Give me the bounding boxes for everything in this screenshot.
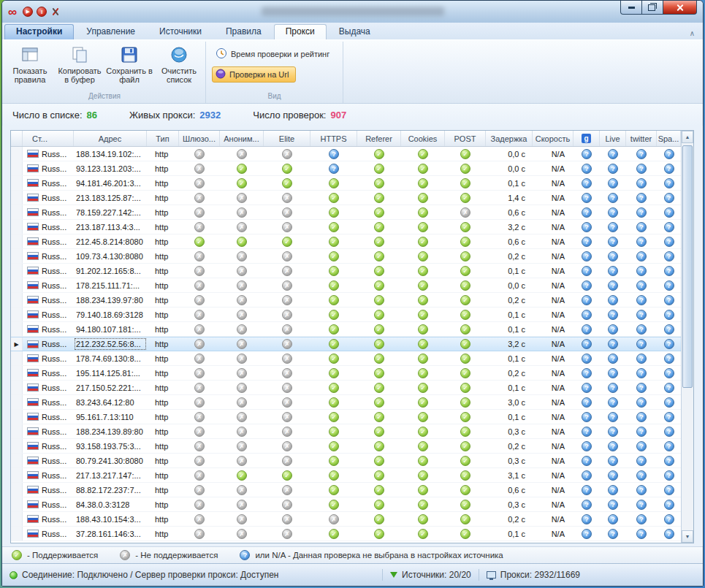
speed-cell: N/A [533, 191, 573, 205]
status-cell: ✗ [220, 220, 264, 234]
delay-cell: 0,3 с [486, 454, 533, 467]
quick-tools-icon[interactable] [50, 7, 61, 17]
speed-cell: N/A [533, 454, 573, 467]
russia-flag-icon [27, 427, 39, 435]
table-row[interactable]: Russ...83.243.64.12:80http✗✗✗✓✓✓✓3,0 сN/… [11, 395, 681, 410]
show-rules-button[interactable]: Показать правила [5, 43, 55, 85]
column-header-spam[interactable]: Spa... [657, 131, 681, 146]
row-selector [11, 497, 23, 511]
tab-rules[interactable]: Правила [214, 24, 273, 39]
check-icon: ✓ [460, 339, 470, 349]
question-icon: ? [582, 280, 592, 291]
scroll-up-button[interactable]: ▲ [682, 131, 693, 143]
vertical-scrollbar[interactable]: ▲ ▼ [681, 131, 693, 543]
table-row[interactable]: Russ...93.158.193.75:3...http✗✗✗✓✓✓✓0,2 … [11, 439, 681, 454]
table-row[interactable]: Russ...188.134.19.102:...http✗✗✗?✓✓✓0,0 … [11, 147, 681, 161]
table-row[interactable]: Russ...79.140.18.69:3128http✗✗✗✓✓✓✓0,1 с… [11, 308, 681, 322]
table-row[interactable]: Russ...213.187.113.4:3...http✗✗✗✓✓✓✓3,2 … [11, 220, 681, 234]
web-check-cell: ? [657, 395, 681, 409]
column-header-https[interactable]: HTTPS [310, 131, 357, 146]
tab-sources[interactable]: Источники [148, 24, 213, 39]
cross-icon: ✗ [194, 251, 205, 261]
check-icon: ✓ [374, 149, 384, 159]
tab-settings[interactable]: Настройки [4, 24, 74, 39]
type-cell: http [147, 512, 179, 526]
question-icon: ? [636, 354, 647, 364]
russia-flag-icon [27, 194, 39, 202]
column-header-cookies[interactable]: Cookies [401, 131, 445, 146]
column-header-type[interactable]: Тип [147, 131, 179, 146]
table-row[interactable]: Russ...88.82.172.237:7...http✗✗✗✓✓✓✓0,6 … [11, 483, 681, 497]
table-row[interactable]: Russ...93.123.131.203:...http✗✓✓?✓✓✓0,0 … [11, 161, 681, 176]
url-checks-button[interactable]: Проверки на Url [212, 66, 296, 83]
table-row[interactable]: Russ...188.234.139.97:80http✗✗✗✓✓✓✓0,2 с… [11, 293, 681, 308]
cross-icon: ✗ [194, 193, 205, 203]
titlebar[interactable]: ∞ ▶ ‖ [2, 1, 703, 23]
column-header-speed[interactable]: Скорость [533, 131, 573, 146]
column-header-google[interactable]: g [573, 131, 600, 146]
scroll-down-button[interactable]: ▼ [682, 530, 693, 543]
row-selector [11, 351, 23, 365]
copy-buffer-button[interactable]: Копировать в буфер [55, 43, 104, 85]
column-header-gateway[interactable]: Шлюзо... [179, 131, 220, 146]
minimize-button[interactable] [620, 1, 642, 15]
russia-flag-icon [27, 281, 39, 289]
check-icon: ✓ [329, 383, 339, 393]
table-row[interactable]: Russ...37.28.161.146:3...http✗✗✗✓✓✓✓0,1 … [11, 527, 681, 541]
column-header-country[interactable]: Ст... [23, 131, 74, 146]
web-check-cell: ? [600, 381, 626, 394]
cross-icon: ✗ [237, 193, 247, 203]
table-row[interactable]: Russ...78.159.227.142:...http✗✗✗✓✓✓✗0,6 … [11, 205, 681, 220]
status-cell: ✗ [179, 366, 220, 380]
address-cell: 213.183.125.87:... [74, 191, 147, 205]
check-icon: ✓ [374, 485, 384, 495]
status-cell: ✓ [264, 176, 310, 190]
table-row[interactable]: Russ...95.161.7.13:110http✗✗✗✓✓✓✓0,1 сN/… [11, 410, 681, 424]
table-row[interactable]: Russ...178.215.111.71:...http✗✗✗✓✓✓✓0,0 … [11, 278, 681, 293]
table-row[interactable]: ▶Russ...212.232.52.56:8...http✗✗✗✓✓✓✓3,2… [11, 337, 681, 351]
table-row[interactable]: Russ...91.202.12.165:8...http✗✗✗✓✓✓✓0,1 … [11, 264, 681, 278]
table-row[interactable]: Russ...195.114.125.81:...http✗✗✗✓✓✓✓0,2 … [11, 366, 681, 381]
cross-icon: ✗ [282, 310, 292, 320]
web-check-cell: ? [626, 527, 657, 541]
column-header-delay[interactable]: Задержка [486, 131, 533, 146]
table-row[interactable]: Russ...212.45.8.214:8080http✓✓✓✓✓✓✓0,6 с… [11, 234, 681, 249]
country-cell: Russ... [23, 249, 74, 263]
column-header-twitter[interactable]: twitter [626, 131, 657, 146]
web-check-cell: ? [657, 424, 681, 438]
tab-proxy[interactable]: Прокси [274, 24, 327, 39]
column-header-address[interactable]: Адрес [74, 131, 147, 146]
status-cell: ✓ [357, 395, 401, 409]
column-header-referer[interactable]: Referer [357, 131, 401, 146]
restore-button[interactable] [642, 1, 663, 15]
table-row[interactable]: Russ...94.180.107.181:...http✗✗✗✓✓✓✓0,1 … [11, 322, 681, 337]
save-file-button[interactable]: Сохранить в файл [104, 43, 154, 85]
collapse-ribbon-button[interactable]: ∧ [684, 27, 701, 39]
table-row[interactable]: Russ...84.38.0.3:3128http✗✗✗✓✓✓✓0,3 сN/A… [11, 497, 681, 512]
column-header-post[interactable]: POST [445, 131, 486, 146]
table-row[interactable]: Russ...217.13.217.147:...http✗✓✓✓✓✓✓3,1 … [11, 468, 681, 483]
quick-pause-icon[interactable]: ‖ [37, 7, 47, 17]
tab-output[interactable]: Выдача [327, 24, 382, 39]
delay-cell: 0,1 с [486, 176, 533, 190]
column-header-elite[interactable]: Elite [264, 131, 310, 146]
status-cell: ✓ [357, 527, 401, 541]
quick-play-icon[interactable]: ▶ [23, 7, 33, 17]
time-rating-button[interactable]: Время проверки и рейтинг [212, 45, 337, 63]
table-row[interactable]: Russ...109.73.4.130:8080http✗✗✗✓✓✓✓0,2 с… [11, 249, 681, 264]
table-row[interactable]: Russ...188.234.139.89:80http✗✗✗✓✓✓✓0,3 с… [11, 424, 681, 439]
close-button[interactable] [663, 1, 697, 15]
column-header-anonymous[interactable]: Аноним... [220, 131, 264, 146]
table-row[interactable]: Russ...178.74.69.130:8...http✗✗✗✓✓✓✓0,1 … [11, 351, 681, 366]
table-row[interactable]: Russ...80.79.241.30:8080http✗✗✗✓✓✓✓0,3 с… [11, 454, 681, 468]
clear-list-button[interactable]: Очистить список [154, 43, 204, 85]
table-row[interactable]: Russ...188.43.10.154:3...http✗✗✗✗✓✓✓0,2 … [11, 512, 681, 527]
column-header-rowsel[interactable] [11, 131, 23, 146]
scroll-thumb[interactable] [682, 145, 693, 388]
table-row[interactable]: Russ...217.150.52.221:...http✗✗✗✓✓✓✓0,1 … [11, 381, 681, 395]
table-row[interactable]: Russ...213.183.125.87:...http✗✗✗✓✓✓✓1,4 … [11, 191, 681, 205]
column-header-live[interactable]: Live [600, 131, 626, 146]
status-cell: ✓ [445, 483, 486, 497]
table-row[interactable]: Russ...94.181.46.201:3...http✗✓✓✓✓✓✓0,1 … [11, 176, 681, 191]
tab-management[interactable]: Управление [75, 24, 147, 39]
